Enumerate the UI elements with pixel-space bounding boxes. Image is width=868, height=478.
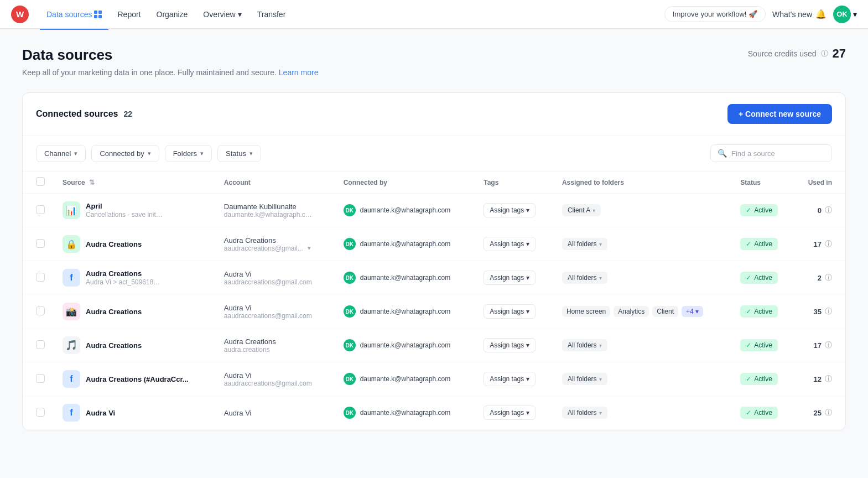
assign-tags-button[interactable]: Assign tags ▾ [484,406,536,420]
account-cell: Daumante Kubiliunaite daumante.k@whatagr… [215,194,335,227]
assign-tags-button[interactable]: Assign tags ▾ [484,237,536,251]
folder-badge[interactable]: All folders ▾ [562,407,607,419]
sources-card: Connected sources 22 + Connect new sourc… [22,92,846,430]
channel-filter[interactable]: Channel ▾ [36,145,86,162]
report-label: Report [117,10,141,19]
nav-report[interactable]: Report [111,7,147,22]
status-filter[interactable]: Status ▾ [217,145,261,162]
status-check-icon: ✓ [746,308,751,315]
avatar-chevron-icon: ▾ [853,10,857,19]
connected-by-avatar: DK [344,272,356,284]
nav-overview[interactable]: Overview ▾ [196,7,248,22]
source-name: Audra Creations [86,341,142,350]
used-info-icon[interactable]: ⓘ [825,306,832,316]
row-checkbox[interactable] [36,374,45,383]
app-logo[interactable]: W [11,6,29,23]
assign-tags-button[interactable]: Assign tags ▾ [484,338,536,352]
connected-by-filter[interactable]: Connected by ▾ [91,145,159,162]
row-checkbox[interactable] [36,306,45,315]
source-info: Audra Creations [86,240,142,248]
source-icon: f [63,404,80,422]
sources-table: Source ⇅ Account Connected by Tags Assig… [23,172,845,430]
assign-tags-label: Assign tags [490,375,524,383]
workflow-button[interactable]: Improve your workflow! 🚀 [664,6,766,22]
used-info-icon[interactable]: ⓘ [825,340,832,350]
assign-tags-button[interactable]: Assign tags ▾ [484,304,536,319]
status-label: Active [754,274,772,282]
used-in-cell: 2 ⓘ [802,273,832,283]
folder-tag: Client [652,306,678,317]
connected-by-avatar: DK [344,373,356,385]
connect-new-source-button[interactable]: + Connect new source [727,104,832,124]
account-email: audra.creations [224,346,313,354]
used-info-icon[interactable]: ⓘ [825,205,832,215]
source-info: April Cancellations - save initiative [86,202,163,219]
account-col-header: Account [215,172,335,194]
assign-tags-button[interactable]: Assign tags ▾ [484,372,536,386]
organize-label: Organize [157,10,188,19]
avatar[interactable]: OK [833,6,851,23]
tags-col-header: Tags [475,172,553,194]
connected-by-cell: DK daumante.k@whatagraph.com [344,204,466,216]
row-checkbox[interactable] [36,340,45,349]
used-info-icon[interactable]: ⓘ [825,408,832,418]
whats-new-button[interactable]: What's new 🔔 [772,9,827,19]
folder-badge[interactable]: All folders ▾ [562,373,607,385]
source-icon: f [63,269,80,287]
select-all-checkbox[interactable] [36,177,45,186]
notification-bell-icon[interactable]: 🔔 [815,9,827,19]
table-row: 🔒 Audra Creations Audra Creations aaudra… [23,227,845,261]
folder-name: All folders [568,375,597,383]
expand-account-icon[interactable]: ▾ [308,245,311,252]
main-content: Data sources Keep all of your marketing … [0,29,868,448]
connected-by-avatar: DK [344,407,356,419]
used-info-icon[interactable]: ⓘ [825,273,832,283]
row-checkbox[interactable] [36,239,45,248]
folder-badge[interactable]: All folders ▾ [562,339,607,351]
credits-area: Source credits used ⓘ 27 [748,46,846,61]
folder-badge[interactable]: All folders ▾ [562,238,607,250]
source-cell: f Audra Creations (#AudraCcr... [63,370,206,388]
nav-organize[interactable]: Organize [150,7,195,22]
assign-tags-label: Assign tags [490,274,524,282]
source-icon: 📸 [63,303,80,320]
status-check-icon: ✓ [746,274,751,282]
connected-by-email: daumante.k@whatagraph.com [360,240,451,248]
used-info-icon[interactable]: ⓘ [825,239,832,249]
assign-tags-button[interactable]: Assign tags ▾ [484,203,536,217]
nav-data-sources[interactable]: Data sources [40,7,108,22]
account-name: Audra Creations [224,236,326,245]
source-info: Audra Creations (#AudraCcr... [86,375,189,383]
row-checkbox[interactable] [36,408,45,417]
source-sort-icon[interactable]: ⇅ [89,179,95,186]
more-tags-button[interactable]: +4 ▾ [682,306,703,317]
row-checkbox[interactable] [36,205,45,214]
folder-badge[interactable]: Client A ▾ [562,204,601,216]
search-input[interactable] [731,149,825,158]
nav-transfer[interactable]: Transfer [251,7,293,22]
search-icon: 🔍 [718,149,727,158]
assign-tags-button[interactable]: Assign tags ▾ [484,271,536,285]
assign-tags-chevron: ▾ [526,206,529,214]
top-navigation: W Data sources Report Organize Overview … [0,0,868,29]
status-badge: ✓ Active [740,204,778,216]
learn-more-link[interactable]: Learn more [279,68,319,77]
overview-chevron: ▾ [238,10,242,19]
status-check-icon: ✓ [746,206,751,214]
card-header: Connected sources 22 + Connect new sourc… [23,93,845,136]
account-cell: Audra Creations audra.creations [215,329,335,362]
credits-info-icon[interactable]: ⓘ [821,49,828,59]
assign-tags-chevron: ▾ [526,274,529,282]
source-cell: 📊 April Cancellations - save initiative [63,201,206,219]
row-checkbox[interactable] [36,273,45,282]
user-menu[interactable]: OK ▾ [833,6,857,23]
source-info: Audra Creations Audra Vi > act_509618380… [86,269,163,286]
folder-chevron-icon: ▾ [599,342,602,349]
folders-filter[interactable]: Folders ▾ [165,145,212,162]
used-in-cell: 12 ⓘ [802,374,832,384]
folder-name: All folders [568,341,597,349]
folder-badge[interactable]: All folders ▾ [562,272,607,284]
source-name: Audra Vi [86,409,115,417]
page-subtitle: Keep all of your marketing data in one p… [22,68,318,77]
used-info-icon[interactable]: ⓘ [825,374,832,384]
